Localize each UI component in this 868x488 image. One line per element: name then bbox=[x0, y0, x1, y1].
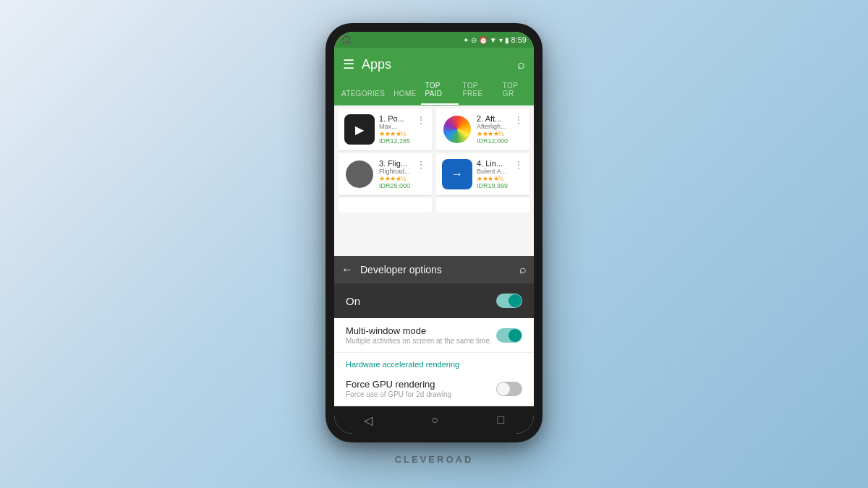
toggle-multiwindow[interactable] bbox=[496, 328, 522, 343]
tab-bar: ATEGORIES HOME TOP PAID TOP FREE TOP GR bbox=[334, 81, 534, 106]
wifi-icon: ▾ bbox=[499, 36, 503, 44]
toggle-gpu[interactable] bbox=[496, 382, 522, 396]
developer-options-overlay: ← Developer options ⌕ On Mult bbox=[334, 256, 534, 406]
app-dev-2: Afterligh... bbox=[477, 123, 509, 130]
app-price-2: IDR12,000 bbox=[477, 137, 509, 145]
status-bar: 🎧 ✦ ⊖ ⏰ ▼ ▾ ▮ 8:59 bbox=[334, 32, 534, 48]
app-dev-1: Max... bbox=[379, 123, 412, 130]
bluetooth-icon: ✦ bbox=[463, 36, 469, 44]
dev-header-title: Developer options bbox=[360, 264, 512, 275]
status-time: 8:59 bbox=[511, 35, 527, 44]
app-stars-4: ★★★★½ bbox=[477, 175, 509, 182]
app-menu-2[interactable]: ⋮ bbox=[514, 114, 524, 126]
apps-content: 1. Po... Max... ★★★★½ IDR12,285 ⋮ bbox=[334, 106, 534, 406]
app-bar-title: Apps bbox=[362, 57, 510, 72]
app-icon-4 bbox=[442, 159, 472, 189]
search-icon[interactable]: ⌕ bbox=[517, 57, 525, 72]
app-menu-3[interactable]: ⋮ bbox=[416, 159, 426, 171]
setting-desc-multiwindow: Multiple activities on screen at the sam… bbox=[346, 337, 496, 345]
tab-top-free[interactable]: TOP FREE bbox=[459, 76, 498, 105]
app-name-1: 1. Po... bbox=[379, 114, 412, 123]
menu-icon[interactable]: ☰ bbox=[343, 56, 354, 72]
alarm-icon: ⏰ bbox=[479, 36, 488, 44]
app-name-4: 4. Lin... bbox=[477, 159, 509, 168]
app-name-3: 3. Flig... bbox=[379, 159, 412, 168]
phone-container: 🎧 ✦ ⊖ ⏰ ▼ ▾ ▮ 8:59 ☰ Apps ⌕ ATEGORIES HO… bbox=[326, 23, 542, 442]
dnd-icon: ⊖ bbox=[471, 36, 477, 44]
app-stars-1: ★★★★½ bbox=[379, 130, 412, 137]
app-card-3[interactable]: 3. Flig... Flightrad... ★★★★½ IDR25,000 … bbox=[339, 153, 432, 195]
setting-desc-gpu: Force use of GPU for 2d drawing bbox=[346, 390, 496, 398]
dev-section-header: Hardware accelerated rendering bbox=[334, 353, 534, 372]
dev-on-label: On bbox=[346, 295, 360, 307]
app-name-2: 2. Aft... bbox=[477, 114, 509, 123]
app-dev-3: Flightrad... bbox=[379, 168, 412, 175]
tab-categories[interactable]: ATEGORIES bbox=[337, 84, 389, 105]
app-price-1: IDR12,285 bbox=[379, 137, 412, 145]
setting-title-multiwindow: Multi-window mode bbox=[346, 325, 496, 336]
battery-icon: ▮ bbox=[505, 36, 509, 44]
nav-recents-icon[interactable]: □ bbox=[498, 414, 505, 427]
dev-search-icon[interactable]: ⌕ bbox=[519, 263, 527, 276]
tab-home[interactable]: HOME bbox=[389, 84, 420, 105]
app-dev-4: Bulent A... bbox=[477, 168, 509, 175]
brand-text: CLEVEROAD bbox=[395, 454, 474, 465]
app-stars-3: ★★★★½ bbox=[379, 175, 412, 182]
dev-back-icon[interactable]: ← bbox=[341, 263, 353, 276]
nav-back-icon[interactable]: ◁ bbox=[364, 414, 373, 427]
app-stars-2: ★★★★½ bbox=[477, 130, 509, 137]
tab-top-grossing[interactable]: TOP GR bbox=[498, 76, 531, 105]
setting-row-gpu[interactable]: Force GPU rendering Force use of GPU for… bbox=[334, 372, 534, 406]
app-card-2[interactable]: 2. Aft... Afterligh... ★★★★½ IDR12,000 ⋮ bbox=[436, 108, 529, 150]
app-price-3: IDR25,000 bbox=[379, 182, 412, 189]
setting-title-gpu: Force GPU rendering bbox=[346, 379, 496, 390]
tab-top-paid[interactable]: TOP PAID bbox=[421, 76, 459, 105]
app-icon-1 bbox=[344, 114, 375, 145]
dev-header: ← Developer options ⌕ bbox=[334, 256, 534, 283]
app-card-4[interactable]: 4. Lin... Bulent A... ★★★★½ IDR19,999 ⋮ bbox=[436, 153, 529, 195]
signal-icon: ▼ bbox=[490, 36, 497, 44]
app-menu-4[interactable]: ⋮ bbox=[514, 159, 524, 171]
nav-bar: ◁ ○ □ bbox=[334, 406, 534, 434]
phone-screen: 🎧 ✦ ⊖ ⏰ ▼ ▾ ▮ 8:59 ☰ Apps ⌕ ATEGORIES HO… bbox=[334, 32, 534, 434]
app-price-4: IDR19,999 bbox=[477, 182, 509, 189]
dev-main-toggle[interactable] bbox=[496, 294, 522, 308]
dev-on-row: On bbox=[334, 283, 534, 318]
setting-row-multiwindow[interactable]: Multi-window mode Multiple activities on… bbox=[334, 318, 534, 353]
app-menu-1[interactable]: ⋮ bbox=[416, 114, 426, 126]
app-icon-2 bbox=[442, 114, 472, 145]
app-card-1[interactable]: 1. Po... Max... ★★★★½ IDR12,285 ⋮ bbox=[339, 108, 432, 150]
dev-body: Multi-window mode Multiple activities on… bbox=[334, 318, 534, 406]
headphone-icon: 🎧 bbox=[341, 35, 352, 45]
nav-home-icon[interactable]: ○ bbox=[431, 414, 438, 427]
app-icon-3 bbox=[344, 159, 375, 189]
